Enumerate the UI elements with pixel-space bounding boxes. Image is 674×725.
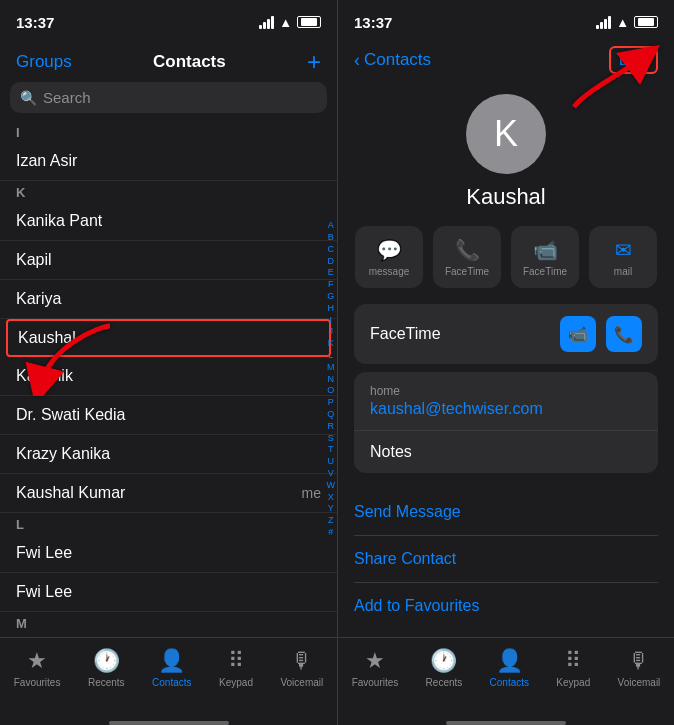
contact-name-display: Kaushal <box>466 184 546 210</box>
tab-label: Keypad <box>219 677 253 688</box>
left-tab-bar: ★ Favourites 🕐 Recents 👤 Contacts ⠿ Keyp… <box>0 637 337 720</box>
email-info-section: home kaushal@techwiser.com Notes <box>354 372 658 473</box>
facetime-row-inner: FaceTime 📹 📞 <box>370 316 642 352</box>
list-item[interactable]: Kariya <box>0 280 337 319</box>
right-time: 13:37 <box>354 14 392 31</box>
facetime-video-call-button[interactable]: 📹 <box>560 316 596 352</box>
index-letter[interactable]: Z <box>327 515 336 526</box>
index-letter[interactable]: K <box>327 338 336 349</box>
email-value[interactable]: kaushal@techwiser.com <box>370 400 642 418</box>
list-item[interactable]: Kapil <box>0 241 337 280</box>
notes-row: Notes <box>354 431 658 473</box>
search-icon: 🔍 <box>20 90 37 106</box>
tab-label: Contacts <box>152 677 191 688</box>
add-to-favourites-link[interactable]: Add to Favourites <box>354 583 658 629</box>
groups-button[interactable]: Groups <box>16 52 72 72</box>
tab-keypad-right[interactable]: ⠿ Keypad <box>556 648 590 688</box>
favourites-icon-right: ★ <box>365 648 385 674</box>
left-status-bar: 13:37 ▲ <box>0 0 337 44</box>
list-item[interactable]: Izan Asir <box>0 142 337 181</box>
red-arrow-right <box>554 42 664 112</box>
tab-contacts-left[interactable]: 👤 Contacts <box>152 648 191 688</box>
index-letter[interactable]: S <box>327 433 336 444</box>
index-letter[interactable]: N <box>327 374 336 385</box>
index-letter[interactable]: Q <box>327 409 336 420</box>
search-bar[interactable]: 🔍 Search <box>10 82 327 113</box>
red-arrow-left <box>20 316 140 396</box>
signal-icon <box>259 16 274 29</box>
tab-recents-right[interactable]: 🕐 Recents <box>426 648 463 688</box>
battery-icon <box>297 16 321 28</box>
section-header-i: I <box>0 121 337 142</box>
index-letter[interactable]: # <box>327 527 336 538</box>
tab-keypad-left[interactable]: ⠿ Keypad <box>219 648 253 688</box>
index-letter[interactable]: I <box>327 315 336 326</box>
index-letter[interactable]: Y <box>327 503 336 514</box>
index-letter[interactable]: A <box>327 220 336 231</box>
recents-icon-right: 🕐 <box>430 648 457 674</box>
tab-voicemail-left[interactable]: 🎙 Voicemail <box>280 648 323 688</box>
list-item[interactable]: Krazy Kanika <box>0 435 337 474</box>
search-input[interactable]: Search <box>43 89 91 106</box>
add-contact-button[interactable]: + <box>307 50 321 74</box>
tab-favourites-left[interactable]: ★ Favourites <box>14 648 61 688</box>
list-item[interactable]: Fwi Lee <box>0 534 337 573</box>
list-item[interactable]: Kaushal Kumar me <box>0 474 337 513</box>
index-letter[interactable]: X <box>327 492 336 503</box>
list-item[interactable]: Dr. Swati Kedia <box>0 396 337 435</box>
index-letter[interactable]: V <box>327 468 336 479</box>
index-letter[interactable]: U <box>327 456 336 467</box>
index-letter[interactable]: M <box>327 362 336 373</box>
list-item[interactable]: Kanika Pant <box>0 202 337 241</box>
index-letter[interactable]: T <box>327 444 336 455</box>
message-button[interactable]: 💬 message <box>355 226 423 288</box>
index-letter[interactable]: R <box>327 421 336 432</box>
tab-label-right: Recents <box>426 677 463 688</box>
add-favourites-label: Add to Favourites <box>354 597 479 614</box>
index-letter[interactable]: P <box>327 397 336 408</box>
section-header-l: L <box>0 513 337 534</box>
tab-favourites-right[interactable]: ★ Favourites <box>352 648 399 688</box>
contacts-icon-right: 👤 <box>496 648 523 674</box>
index-letter[interactable]: H <box>327 303 336 314</box>
tab-label-right: Voicemail <box>618 677 661 688</box>
send-message-link[interactable]: Send Message <box>354 489 658 536</box>
index-letter[interactable]: E <box>327 267 336 278</box>
tab-voicemail-right[interactable]: 🎙 Voicemail <box>618 648 661 688</box>
back-button[interactable]: ‹ Contacts <box>354 50 431 71</box>
favourites-icon: ★ <box>27 648 47 674</box>
list-item[interactable]: Mrinal <box>0 633 337 637</box>
facetime-label: FaceTime <box>370 325 441 343</box>
index-letter[interactable]: D <box>327 256 336 267</box>
index-letter[interactable]: G <box>327 291 336 302</box>
tab-recents-left[interactable]: 🕐 Recents <box>88 648 125 688</box>
right-panel: 13:37 ▲ ‹ Contacts Edit <box>337 0 674 725</box>
facetime-info-section: FaceTime 📹 📞 <box>354 304 658 364</box>
right-tab-bar: ★ Favourites 🕐 Recents 👤 Contacts ⠿ Keyp… <box>338 637 674 720</box>
index-letter[interactable]: O <box>327 385 336 396</box>
tab-label-right: Keypad <box>556 677 590 688</box>
home-indicator-left <box>0 720 337 725</box>
index-letter[interactable]: J <box>327 326 336 337</box>
avatar: K <box>466 94 546 174</box>
facetime-video-button[interactable]: 📹 FaceTime <box>511 226 579 288</box>
list-item[interactable]: Fwi Lee <box>0 573 337 612</box>
share-contact-link[interactable]: Share Contact <box>354 536 658 583</box>
contacts-title: Contacts <box>153 52 226 72</box>
voicemail-icon: 🎙 <box>291 648 313 674</box>
tab-contacts-right[interactable]: 👤 Contacts <box>490 648 529 688</box>
mail-button[interactable]: ✉ mail <box>589 226 657 288</box>
right-status-bar: 13:37 ▲ <box>338 0 674 44</box>
contacts-header: Groups Contacts + <box>0 44 337 82</box>
facetime-audio-button[interactable]: 📞 FaceTime <box>433 226 501 288</box>
facetime-audio-call-button[interactable]: 📞 <box>606 316 642 352</box>
action-buttons: 💬 message 📞 FaceTime 📹 FaceTime ✉ mail <box>338 226 674 304</box>
wifi-icon: ▲ <box>279 15 292 30</box>
index-letter[interactable]: W <box>327 480 336 491</box>
index-letter[interactable]: C <box>327 244 336 255</box>
avatar-initial: K <box>494 113 518 155</box>
index-letter[interactable]: B <box>327 232 336 243</box>
message-label: message <box>369 266 410 277</box>
index-letter[interactable]: F <box>327 279 336 290</box>
index-letter[interactable]: L <box>327 350 336 361</box>
